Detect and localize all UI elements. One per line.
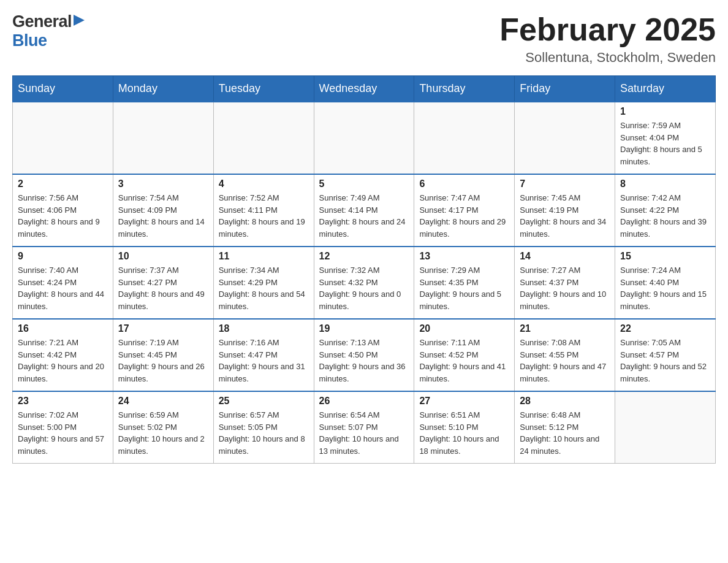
day-info: Sunrise: 7:54 AMSunset: 4:09 PMDaylight:… bbox=[118, 192, 208, 240]
calendar-cell: 28Sunrise: 6:48 AMSunset: 5:12 PMDayligh… bbox=[515, 391, 615, 464]
calendar-cell: 1Sunrise: 7:59 AMSunset: 4:04 PMDaylight… bbox=[615, 102, 716, 174]
calendar-cell: 7Sunrise: 7:45 AMSunset: 4:19 PMDaylight… bbox=[515, 174, 615, 247]
calendar-cell: 14Sunrise: 7:27 AMSunset: 4:37 PMDayligh… bbox=[515, 247, 615, 319]
day-number: 1 bbox=[620, 106, 710, 117]
calendar-body: 1Sunrise: 7:59 AMSunset: 4:04 PMDaylight… bbox=[13, 102, 716, 464]
day-number: 12 bbox=[319, 251, 409, 262]
month-title: February 2025 bbox=[499, 12, 716, 47]
calendar-week-row: 23Sunrise: 7:02 AMSunset: 5:00 PMDayligh… bbox=[13, 391, 716, 464]
day-number: 25 bbox=[219, 396, 309, 407]
day-info: Sunrise: 7:11 AMSunset: 4:52 PMDaylight:… bbox=[419, 337, 509, 385]
weekday-header-sunday: Sunday bbox=[13, 76, 113, 102]
calendar-cell: 17Sunrise: 7:19 AMSunset: 4:45 PMDayligh… bbox=[113, 319, 213, 391]
calendar-cell: 10Sunrise: 7:37 AMSunset: 4:27 PMDayligh… bbox=[113, 247, 213, 319]
weekday-header-tuesday: Tuesday bbox=[213, 76, 314, 102]
calendar-week-row: 9Sunrise: 7:40 AMSunset: 4:24 PMDaylight… bbox=[13, 247, 716, 319]
calendar-cell bbox=[615, 391, 716, 464]
day-info: Sunrise: 7:05 AMSunset: 4:57 PMDaylight:… bbox=[620, 337, 710, 385]
weekday-header-row: SundayMondayTuesdayWednesdayThursdayFrid… bbox=[13, 76, 716, 102]
weekday-header-monday: Monday bbox=[113, 76, 213, 102]
day-number: 19 bbox=[319, 323, 409, 334]
calendar-cell: 20Sunrise: 7:11 AMSunset: 4:52 PMDayligh… bbox=[414, 319, 515, 391]
day-number: 20 bbox=[419, 323, 509, 334]
weekday-header-friday: Friday bbox=[515, 76, 615, 102]
day-info: Sunrise: 7:52 AMSunset: 4:11 PMDaylight:… bbox=[219, 192, 309, 240]
calendar-cell: 12Sunrise: 7:32 AMSunset: 4:32 PMDayligh… bbox=[314, 247, 414, 319]
day-number: 2 bbox=[18, 178, 108, 190]
calendar-cell: 19Sunrise: 7:13 AMSunset: 4:50 PMDayligh… bbox=[314, 319, 414, 391]
calendar-cell: 5Sunrise: 7:49 AMSunset: 4:14 PMDaylight… bbox=[314, 174, 414, 247]
calendar-week-row: 2Sunrise: 7:56 AMSunset: 4:06 PMDaylight… bbox=[13, 174, 716, 247]
calendar-cell: 11Sunrise: 7:34 AMSunset: 4:29 PMDayligh… bbox=[213, 247, 314, 319]
day-info: Sunrise: 7:02 AMSunset: 5:00 PMDaylight:… bbox=[18, 409, 108, 457]
day-info: Sunrise: 7:42 AMSunset: 4:22 PMDaylight:… bbox=[620, 192, 710, 240]
day-number: 23 bbox=[18, 396, 108, 407]
weekday-header-wednesday: Wednesday bbox=[314, 76, 414, 102]
day-number: 6 bbox=[419, 178, 509, 190]
logo-general-text: General bbox=[12, 12, 72, 31]
location-title: Sollentuna, Stockholm, Sweden bbox=[499, 50, 716, 66]
calendar-cell bbox=[314, 102, 414, 174]
day-info: Sunrise: 7:21 AMSunset: 4:42 PMDaylight:… bbox=[18, 337, 108, 385]
day-number: 7 bbox=[520, 178, 610, 190]
calendar-cell: 26Sunrise: 6:54 AMSunset: 5:07 PMDayligh… bbox=[314, 391, 414, 464]
calendar-week-row: 16Sunrise: 7:21 AMSunset: 4:42 PMDayligh… bbox=[13, 319, 716, 391]
svg-marker-0 bbox=[74, 15, 85, 26]
day-number: 16 bbox=[18, 323, 108, 334]
day-info: Sunrise: 6:59 AMSunset: 5:02 PMDaylight:… bbox=[118, 409, 208, 457]
calendar-cell: 15Sunrise: 7:24 AMSunset: 4:40 PMDayligh… bbox=[615, 247, 716, 319]
day-info: Sunrise: 6:54 AMSunset: 5:07 PMDaylight:… bbox=[319, 409, 409, 457]
day-number: 27 bbox=[419, 396, 509, 407]
day-number: 10 bbox=[118, 251, 208, 262]
calendar-cell bbox=[213, 102, 314, 174]
day-info: Sunrise: 7:32 AMSunset: 4:32 PMDaylight:… bbox=[319, 264, 409, 312]
day-info: Sunrise: 7:08 AMSunset: 4:55 PMDaylight:… bbox=[520, 337, 610, 385]
calendar-cell: 6Sunrise: 7:47 AMSunset: 4:17 PMDaylight… bbox=[414, 174, 515, 247]
calendar-cell: 9Sunrise: 7:40 AMSunset: 4:24 PMDaylight… bbox=[13, 247, 113, 319]
day-number: 18 bbox=[219, 323, 309, 334]
calendar-week-row: 1Sunrise: 7:59 AMSunset: 4:04 PMDaylight… bbox=[13, 102, 716, 174]
day-number: 13 bbox=[419, 251, 509, 262]
calendar-cell: 22Sunrise: 7:05 AMSunset: 4:57 PMDayligh… bbox=[615, 319, 716, 391]
day-info: Sunrise: 7:56 AMSunset: 4:06 PMDaylight:… bbox=[18, 192, 108, 240]
day-info: Sunrise: 7:27 AMSunset: 4:37 PMDaylight:… bbox=[520, 264, 610, 312]
day-info: Sunrise: 7:34 AMSunset: 4:29 PMDaylight:… bbox=[219, 264, 309, 312]
day-number: 11 bbox=[219, 251, 309, 262]
calendar-cell bbox=[113, 102, 213, 174]
calendar-cell: 25Sunrise: 6:57 AMSunset: 5:05 PMDayligh… bbox=[213, 391, 314, 464]
day-number: 3 bbox=[118, 178, 208, 190]
day-number: 14 bbox=[520, 251, 610, 262]
calendar-cell: 13Sunrise: 7:29 AMSunset: 4:35 PMDayligh… bbox=[414, 247, 515, 319]
day-number: 8 bbox=[620, 178, 710, 190]
day-info: Sunrise: 6:51 AMSunset: 5:10 PMDaylight:… bbox=[419, 409, 509, 457]
day-info: Sunrise: 7:19 AMSunset: 4:45 PMDaylight:… bbox=[118, 337, 208, 385]
day-number: 28 bbox=[520, 396, 610, 407]
day-info: Sunrise: 7:49 AMSunset: 4:14 PMDaylight:… bbox=[319, 192, 409, 240]
day-info: Sunrise: 7:47 AMSunset: 4:17 PMDaylight:… bbox=[419, 192, 509, 240]
calendar-cell bbox=[13, 102, 113, 174]
calendar-table: SundayMondayTuesdayWednesdayThursdayFrid… bbox=[12, 75, 716, 464]
calendar-cell bbox=[414, 102, 515, 174]
calendar-header: SundayMondayTuesdayWednesdayThursdayFrid… bbox=[13, 76, 716, 102]
day-info: Sunrise: 7:16 AMSunset: 4:47 PMDaylight:… bbox=[219, 337, 309, 385]
day-info: Sunrise: 7:40 AMSunset: 4:24 PMDaylight:… bbox=[18, 264, 108, 312]
day-number: 26 bbox=[319, 396, 409, 407]
day-info: Sunrise: 7:59 AMSunset: 4:04 PMDaylight:… bbox=[620, 120, 710, 167]
logo: General Blue bbox=[12, 12, 85, 50]
day-info: Sunrise: 6:57 AMSunset: 5:05 PMDaylight:… bbox=[219, 409, 309, 457]
calendar-cell: 16Sunrise: 7:21 AMSunset: 4:42 PMDayligh… bbox=[13, 319, 113, 391]
logo-triangle-icon bbox=[74, 13, 85, 29]
day-number: 17 bbox=[118, 323, 208, 334]
calendar-cell: 23Sunrise: 7:02 AMSunset: 5:00 PMDayligh… bbox=[13, 391, 113, 464]
day-info: Sunrise: 7:29 AMSunset: 4:35 PMDaylight:… bbox=[419, 264, 509, 312]
day-number: 4 bbox=[219, 178, 309, 190]
day-number: 22 bbox=[620, 323, 710, 334]
day-number: 5 bbox=[319, 178, 409, 190]
calendar-cell bbox=[515, 102, 615, 174]
day-number: 21 bbox=[520, 323, 610, 334]
weekday-header-saturday: Saturday bbox=[615, 76, 716, 102]
logo-blue-text: Blue bbox=[12, 31, 47, 50]
title-block: February 2025 Sollentuna, Stockholm, Swe… bbox=[499, 12, 716, 66]
calendar-cell: 21Sunrise: 7:08 AMSunset: 4:55 PMDayligh… bbox=[515, 319, 615, 391]
calendar-cell: 27Sunrise: 6:51 AMSunset: 5:10 PMDayligh… bbox=[414, 391, 515, 464]
